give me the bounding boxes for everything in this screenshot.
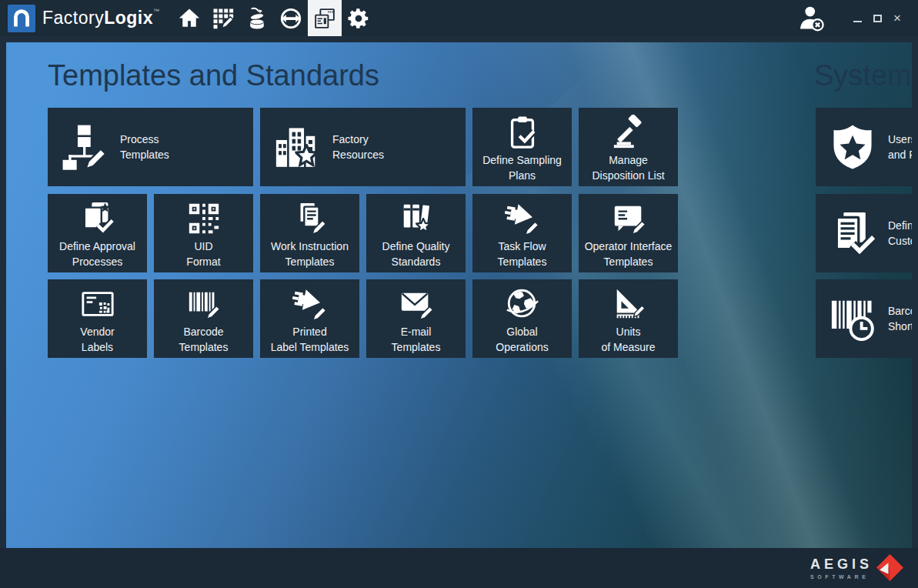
tile-label: ProcessTemplates: [120, 132, 169, 162]
qr-code-icon: [186, 201, 222, 236]
settings-gear-icon: [347, 7, 370, 30]
tile-label: Operator InterfaceTemplates: [579, 239, 678, 269]
user-x-icon: [798, 5, 826, 32]
tile-task-flow-templates[interactable]: Task FlowTemplates: [472, 194, 572, 272]
globe-icon: [505, 286, 540, 322]
tile-label: Define QualityStandards: [366, 239, 466, 269]
tile-label: BarcodeTemplates: [154, 324, 253, 355]
envelope-pencil-icon: [399, 286, 434, 322]
gavel-icon: [611, 115, 646, 150]
aegis-flag-icon: [876, 553, 904, 582]
content-frame: Templates and Standards System ProcessTe…: [0, 36, 918, 548]
close-button[interactable]: ×: [887, 8, 907, 28]
flowchart-pencil-icon: [61, 123, 108, 171]
books-star-icon: [399, 201, 434, 236]
documents-star-check-icon: [80, 201, 115, 236]
tile-printed-label-templates[interactable]: PrintedLabel Templates: [260, 279, 359, 358]
document-check-icon: [829, 209, 876, 257]
monitor-pencil-icon: [611, 201, 646, 236]
tile-barcode-templates[interactable]: BarcodeTemplates: [154, 279, 253, 358]
tile-label: BarcodeShortcuts: [888, 303, 912, 334]
tile-process-templates[interactable]: ProcessTemplates: [48, 108, 253, 186]
aegis-logo: AEGIS SOFTWARE: [810, 553, 904, 582]
tile-label: DefineCustomizations: [888, 218, 912, 249]
app-logo: FactoryLogix™: [8, 5, 160, 32]
tile-label: PrintedLabel Templates: [260, 324, 359, 355]
dashboard-background: Templates and Standards System ProcessTe…: [6, 42, 912, 548]
system-section-title: System: [814, 59, 912, 92]
tile-global-operations[interactable]: GlobalOperations: [472, 279, 572, 358]
nav-settings[interactable]: [342, 0, 376, 36]
tile-define-sampling-plans[interactable]: Define SamplingPlans: [472, 108, 572, 186]
shield-star-icon: [829, 123, 876, 171]
tile-vendor-labels[interactable]: VendorLabels: [48, 279, 147, 358]
arrow-pencil-icon: [505, 201, 540, 236]
nav-logistics[interactable]: [274, 0, 308, 36]
nav-templates-selected[interactable]: [308, 0, 342, 36]
tile-barcode-shortcuts[interactable]: BarcodeShortcuts: [816, 279, 912, 358]
barcode-pencil-icon: [186, 286, 222, 322]
user-logoff-button[interactable]: [796, 3, 827, 34]
maximize-icon: [873, 15, 882, 22]
home-icon: [178, 7, 201, 30]
aegis-logo-text: AEGIS SOFTWARE: [810, 556, 873, 580]
tile-label: Work InstructionTemplates: [260, 239, 359, 269]
tile-factory-resources[interactable]: FactoryResources: [260, 108, 466, 186]
production-grid-pencil-icon: [212, 7, 235, 30]
tile-label: GlobalOperations: [472, 324, 572, 355]
minimize-icon: [853, 21, 862, 22]
maximize-button[interactable]: [867, 8, 887, 28]
nav-production[interactable]: [206, 0, 240, 36]
tile-define-quality-standards[interactable]: Define QualityStandards: [366, 194, 466, 272]
tile-label: FactoryResources: [332, 132, 384, 162]
tile-define-approval-processes[interactable]: Define ApprovalProcesses: [48, 194, 147, 272]
clipboard-check-icon: [505, 115, 540, 150]
app-title: FactoryLogix™: [42, 8, 160, 28]
tile-operator-interface-templates[interactable]: Operator InterfaceTemplates: [579, 194, 678, 272]
factorylogix-logo-icon: [8, 5, 35, 32]
tile-label: VendorLabels: [48, 324, 147, 355]
tile-label: ManageDisposition List: [579, 152, 678, 183]
tile-email-templates[interactable]: E-mailTemplates: [366, 279, 466, 358]
trademark: ™: [153, 8, 160, 15]
tile-units-of-measure[interactable]: Unitsof Measure: [579, 279, 678, 358]
tile-work-instruction-templates[interactable]: Work InstructionTemplates: [260, 194, 359, 272]
label-barcode-icon: [80, 286, 115, 322]
tile-label: E-mailTemplates: [366, 324, 466, 355]
database-transfer-icon: [245, 7, 269, 30]
barcode-clock-icon: [829, 295, 876, 342]
tile-label: UIDFormat: [154, 239, 253, 269]
minimize-button[interactable]: [847, 8, 867, 28]
tile-manage-disposition-list[interactable]: ManageDisposition List: [579, 108, 678, 186]
logistics-arrows-icon: [279, 7, 302, 30]
tile-label: Define ApprovalProcesses: [48, 239, 147, 269]
status-bar: AEGIS SOFTWARE: [0, 548, 918, 588]
tile-define-customizations[interactable]: DefineCustomizations: [816, 194, 912, 272]
tile-label: Task FlowTemplates: [472, 239, 572, 269]
tile-label: Unitsof Measure: [579, 324, 678, 355]
factory-star-icon: [273, 123, 321, 171]
tile-uid-format[interactable]: UIDFormat: [154, 194, 253, 272]
main-navigation: [172, 0, 376, 36]
templates-section-title: Templates and Standards: [48, 59, 379, 92]
title-bar: FactoryLogix™ ×: [0, 0, 918, 36]
document-pencil-icon: [292, 201, 328, 236]
templates-windows-icon: [313, 7, 336, 30]
tile-label: Define SamplingPlans: [472, 152, 572, 183]
tile-label: Usersand Roles: [888, 132, 912, 162]
window-controls: ×: [847, 8, 907, 28]
arrow-pencil-icon: [292, 286, 328, 322]
nav-home[interactable]: [172, 0, 206, 36]
set-square-pencil-icon: [611, 286, 646, 322]
nav-data-import[interactable]: [240, 0, 274, 36]
tile-users-and-roles[interactable]: Usersand Roles: [816, 108, 912, 186]
